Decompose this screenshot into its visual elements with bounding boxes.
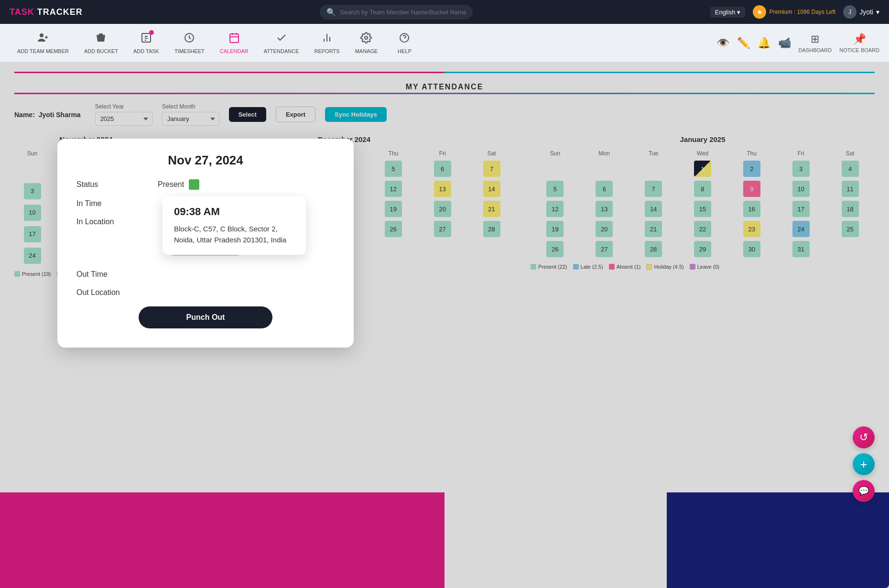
calendar-icon [228,32,240,46]
svg-rect-8 [230,34,239,43]
status-text: Present [158,180,184,189]
status-dot [189,179,199,190]
dashboard-label: DASHBOARD [799,47,832,53]
fab-add-button[interactable]: + [853,453,875,475]
tooltip-address: Block-C, C57, C Block, Sector 2, Noida, … [174,224,294,245]
dashboard-icon: ⊞ [811,33,819,45]
logo-tracker: TRACKER [37,7,83,17]
add-bucket-icon [95,32,107,46]
chevron-down-icon: ▾ [876,8,879,16]
status-label: Status [76,180,148,189]
add-team-icon [37,32,49,46]
add-task-icon [141,32,152,46]
toolbar-dashboard[interactable]: ⊞ DASHBOARD [799,33,832,53]
user-avatar: J [843,5,856,19]
notice-board-icon: 📌 [853,33,866,45]
attendance-icon [276,32,287,46]
reports-icon [321,32,333,46]
nav-right: English ▾ ★ Premium : 1096 Days Left J J… [710,5,879,19]
toolbar: ADD TEAM MEMBER ADD BUCKET ADD TASK TIME… [0,24,889,62]
out-time-label: Out Time [76,270,148,279]
toolbar-item-help[interactable]: HELP [385,29,423,57]
tooltip-time: 09:38 AM [174,206,294,218]
in-time-label: In Time [76,199,148,208]
fab-container: ↺ + 💬 [853,426,875,502]
toolbar-item-add-team[interactable]: ADD TEAM MEMBER [10,29,76,57]
edit-icon: ✏️ [737,37,750,49]
toolbar-edit[interactable]: ✏️ [737,37,750,49]
premium-icon: ★ [753,5,766,19]
toolbar-item-timesheet[interactable]: TIMESHEET [167,29,212,57]
out-location-label: Out Location [76,288,148,297]
toolbar-item-manage[interactable]: MANAGE [347,29,385,57]
premium-text: Premium : 1096 Days Left [769,9,835,15]
toolbar-label-calendar: CALENDAR [220,48,249,54]
toolbar-video[interactable]: 📹 [778,37,791,49]
punch-modal-title: Nov 27, 2024 [76,153,335,168]
toolbar-item-attendance[interactable]: ATTENDANCE [256,29,307,57]
fab-chat-button[interactable]: 💬 [853,480,875,502]
toolbar-item-reports[interactable]: REPORTS [307,29,347,57]
search-bar[interactable]: 🔍 [320,5,473,20]
search-icon: 🔍 [326,8,336,17]
toolbar-right: 👁️ ✏️ 🔔 📹 ⊞ DASHBOARD 📌 NOTICE BOARD [716,33,879,53]
toolbar-item-add-bucket[interactable]: ADD BUCKET [76,29,126,57]
tooltip-card: 09:38 AM Block-C, C57, C Block, Sector 2… [163,196,306,255]
logo-task: TASK [10,7,34,17]
search-input[interactable] [340,9,466,16]
language-button[interactable]: English ▾ [710,7,746,18]
toolbar-item-calendar[interactable]: CALENDAR [212,29,256,57]
toolbar-bell[interactable]: 🔔 [758,37,770,49]
out-time-row: Out Time [76,270,335,279]
timesheet-icon [184,32,195,46]
premium-badge: ★ Premium : 1096 Days Left [753,5,835,19]
toolbar-label-timesheet: TIMESHEET [174,48,205,54]
main-content: MY ATTENDANCE Name: Jyoti Sharma Select … [0,62,889,588]
notice-board-label: NOTICE BOARD [839,47,879,53]
out-location-row: Out Location [76,288,335,297]
svg-point-0 [40,33,43,37]
status-badge: Present [158,179,199,190]
chevron-down-icon: ▾ [737,9,740,16]
toolbar-label-add-task: ADD TASK [133,48,159,54]
toolbar-label-manage: MANAGE [355,48,378,54]
toolbar-label-add-bucket: ADD BUCKET [84,48,118,54]
toolbar-notice-board[interactable]: 📌 NOTICE BOARD [839,33,879,53]
bell-icon: 🔔 [758,37,770,49]
language-label: English [715,9,736,16]
toolbar-label-reports: REPORTS [314,48,340,54]
toolbar-label-add-team: ADD TEAM MEMBER [17,48,69,54]
user-menu[interactable]: J Jyoti ▾ [843,5,879,19]
in-location-label: In Location [76,218,148,226]
manage-icon [360,32,372,46]
toolbar-label-attendance: ATTENDANCE [264,48,299,54]
toolbar-eye[interactable]: 👁️ [716,37,729,49]
fab-refresh-button[interactable]: ↺ [853,426,875,448]
eye-icon: 👁️ [716,37,729,49]
video-icon: 📹 [778,37,791,49]
punch-out-button[interactable]: Punch Out [139,306,272,328]
svg-point-15 [365,36,368,39]
task-badge [149,30,154,35]
status-row: Status Present [76,179,335,190]
user-name: Jyoti [859,8,873,16]
top-navigation: TASK TRACKER 🔍 English ▾ ★ Premium : 109… [0,0,889,24]
help-icon [399,32,410,46]
toolbar-label-help: HELP [398,48,412,54]
app-logo: TASK TRACKER [10,7,83,17]
toolbar-item-add-task[interactable]: ADD TASK [126,29,167,57]
